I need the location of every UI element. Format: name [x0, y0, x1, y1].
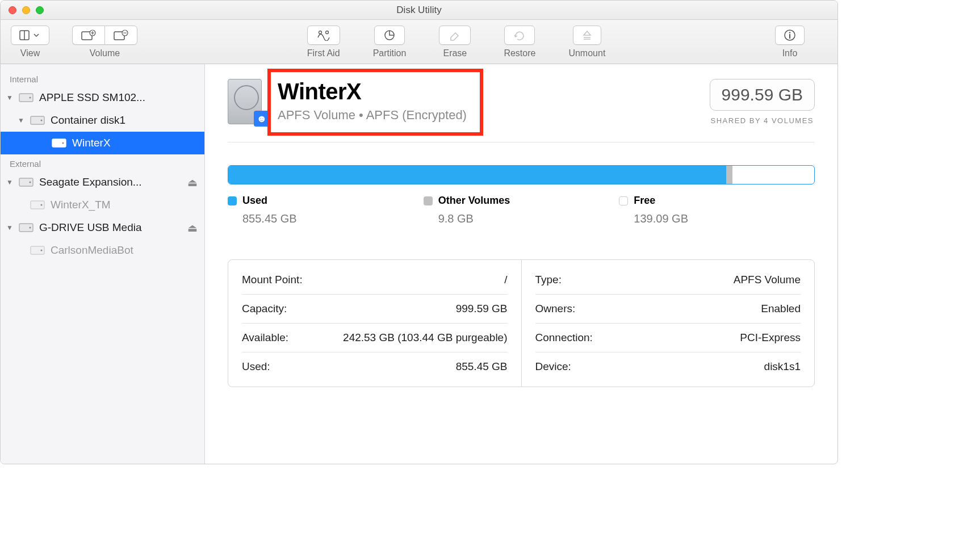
detail-value: APFS Volume — [734, 274, 801, 286]
detail-key: Type: — [535, 274, 562, 286]
unmount-label: Unmount — [568, 48, 605, 58]
detail-key: Used: — [242, 360, 270, 373]
erase-button[interactable] — [439, 26, 471, 45]
legend-item: Other Volumes9.8 GB — [424, 195, 619, 225]
sidebar-item-label: APPLE SSD SM102... — [39, 91, 145, 104]
disclosure-icon[interactable]: ▼ — [5, 178, 14, 186]
disk-icon — [19, 176, 35, 188]
legend-value: 139.09 GB — [619, 212, 815, 225]
titlebar: Disk Utility — [1, 1, 837, 20]
erase-label: Erase — [443, 48, 467, 58]
sidebar-item-label: G-DRIVE USB Media — [39, 221, 142, 234]
legend-item: Used855.45 GB — [228, 195, 424, 225]
detail-row: Capacity:999.59 GB — [242, 295, 508, 324]
volume-remove-button[interactable] — [104, 26, 137, 45]
volume-icon — [228, 79, 266, 124]
volume-name: WinterX — [278, 79, 467, 104]
svg-point-15 — [41, 120, 43, 121]
detail-value: 242.53 GB (103.44 GB purgeable) — [343, 331, 507, 344]
disclosure-icon[interactable]: ▼ — [5, 224, 14, 232]
sidebar-item[interactable]: ▼Seagate Expansion...⏏ — [1, 171, 204, 194]
legend-label: Free — [634, 195, 655, 207]
svg-point-23 — [30, 227, 31, 229]
disclosure-icon[interactable]: ▼ — [5, 94, 14, 102]
sidebar-section-header: Internal — [1, 70, 204, 86]
view-button[interactable] — [11, 26, 49, 45]
svg-point-17 — [62, 142, 64, 144]
window-title: Disk Utility — [396, 5, 441, 16]
sidebar-item[interactable]: WinterX — [1, 132, 204, 154]
sidebar-item-label: Container disk1 — [51, 114, 125, 127]
disk-icon — [52, 137, 68, 149]
maximize-button[interactable] — [36, 6, 44, 14]
detail-row: Type:APFS Volume — [535, 266, 801, 295]
content-pane: WinterX APFS Volume • APFS (Encrypted) 9… — [205, 64, 837, 464]
svg-point-21 — [41, 204, 43, 206]
info-button[interactable] — [775, 26, 805, 45]
volume-label: Volume — [90, 48, 120, 58]
detail-key: Available: — [242, 331, 288, 344]
sidebar-item-label: CarlsonMediaBot — [51, 244, 133, 257]
legend-value: 855.45 GB — [228, 212, 424, 225]
toolbar: View Volume First Aid Partition Erase Re… — [1, 20, 837, 64]
usage-bar — [228, 165, 815, 184]
legend-dot — [228, 196, 237, 205]
finder-badge-icon — [254, 111, 270, 127]
partition-label: Partition — [373, 48, 407, 58]
detail-key: Device: — [535, 360, 571, 373]
usage-used-segment — [228, 166, 726, 184]
legend-label: Other Volumes — [438, 195, 510, 207]
svg-point-10 — [789, 32, 790, 33]
sidebar-item[interactable]: ▼APPLE SSD SM102... — [1, 86, 204, 109]
detail-value: 855.45 GB — [456, 360, 508, 373]
volume-subtitle: APFS Volume • APFS (Encrypted) — [278, 108, 467, 123]
svg-point-13 — [30, 97, 31, 99]
partition-button[interactable] — [374, 26, 405, 45]
minimize-button[interactable] — [22, 6, 30, 14]
first-aid-label: First Aid — [307, 48, 340, 58]
detail-value: / — [504, 274, 507, 286]
detail-key: Owners: — [535, 303, 576, 315]
detail-row: Mount Point:/ — [242, 266, 508, 295]
restore-button[interactable] — [504, 26, 535, 45]
sidebar-item[interactable]: ▼G-DRIVE USB Media⏏ — [1, 216, 204, 239]
details-table: Mount Point:/Capacity:999.59 GBAvailable… — [228, 259, 815, 387]
detail-key: Connection: — [535, 331, 593, 344]
close-button[interactable] — [9, 6, 16, 14]
disk-icon — [30, 244, 46, 257]
unmount-button[interactable] — [573, 26, 601, 45]
divider — [228, 142, 815, 142]
svg-rect-11 — [789, 34, 790, 39]
eject-icon[interactable]: ⏏ — [187, 176, 198, 189]
shared-label: SHARED BY 4 VOLUMES — [710, 116, 815, 125]
volume-add-button[interactable] — [72, 26, 104, 45]
disk-icon — [19, 91, 35, 104]
detail-row: Available:242.53 GB (103.44 GB purgeable… — [242, 324, 508, 352]
disk-icon — [19, 221, 35, 234]
restore-label: Restore — [504, 48, 535, 58]
detail-value: Enabled — [761, 303, 801, 315]
legend-item: Free139.09 GB — [619, 195, 815, 225]
disclosure-icon[interactable]: ▼ — [16, 116, 26, 124]
capacity-box: 999.59 GB — [710, 79, 815, 111]
disk-icon — [30, 199, 46, 211]
svg-point-7 — [325, 31, 328, 33]
sidebar-item-label: WinterX_TM — [51, 199, 111, 211]
sidebar-item[interactable]: CarlsonMediaBot — [1, 239, 204, 262]
view-label: View — [20, 48, 40, 58]
first-aid-button[interactable] — [307, 26, 340, 45]
legend-dot — [424, 196, 433, 205]
detail-key: Capacity: — [242, 303, 287, 315]
sidebar-item[interactable]: WinterX_TM — [1, 194, 204, 216]
detail-row: Used:855.45 GB — [242, 352, 508, 381]
sidebar-item[interactable]: ▼Container disk1 — [1, 109, 204, 132]
detail-row: Device:disk1s1 — [535, 352, 801, 381]
info-label: Info — [782, 48, 798, 58]
detail-value: 999.59 GB — [456, 303, 508, 315]
svg-point-6 — [319, 31, 321, 33]
legend-label: Used — [242, 195, 267, 207]
eject-icon[interactable]: ⏏ — [187, 221, 198, 234]
svg-point-25 — [41, 250, 43, 251]
disk-icon — [30, 114, 46, 127]
sidebar-section-header: External — [1, 154, 204, 171]
